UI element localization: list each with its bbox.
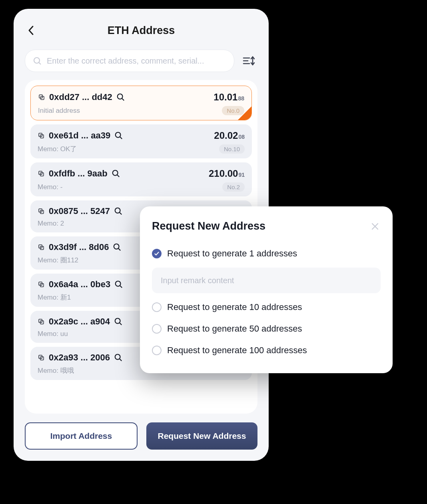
- address-item[interactable]: 0xdd27 ... dd4210.0188Initial addressNo.…: [30, 86, 252, 120]
- address-text: 0xfdfb ... 9aab: [49, 168, 108, 179]
- copy-icon[interactable]: [38, 354, 45, 361]
- modal-options: Request to generate 1 addressesRequest t…: [152, 243, 381, 361]
- memo-text: Memo: 新1: [38, 293, 71, 302]
- radio-label: Request to generate 100 addresses: [167, 345, 307, 356]
- magnify-icon[interactable]: [112, 169, 120, 178]
- balance: 210.0091: [209, 168, 245, 179]
- svg-point-36: [115, 354, 120, 360]
- radio-label: Request to generate 50 addresses: [167, 324, 302, 334]
- copy-icon[interactable]: [38, 208, 45, 215]
- svg-point-12: [116, 132, 121, 138]
- memo-text: Memo: -: [38, 183, 62, 191]
- bottom-buttons: Import Address Request New Address: [25, 422, 257, 450]
- copy-icon[interactable]: [38, 94, 45, 101]
- address-text: 0xe61d ... aa39: [49, 130, 110, 141]
- memo-text: Memo: 圈112: [38, 256, 78, 265]
- magnify-icon[interactable]: [114, 353, 123, 362]
- header: ETH Address: [25, 18, 257, 42]
- magnify-icon[interactable]: [116, 93, 125, 102]
- radio-option[interactable]: Request to generate 10 addresses: [152, 296, 381, 318]
- svg-line-13: [120, 137, 122, 139]
- request-new-address-modal: Request New Address Request to generate …: [140, 206, 393, 373]
- svg-point-0: [34, 58, 40, 63]
- magnify-icon[interactable]: [114, 207, 123, 216]
- close-icon: [371, 222, 379, 231]
- magnify-icon[interactable]: [113, 243, 122, 252]
- search-row: [25, 50, 257, 72]
- radio-unchecked-icon: [152, 346, 162, 355]
- address-text: 0x0875 ... 5247: [49, 206, 110, 216]
- svg-point-16: [112, 170, 118, 176]
- radio-label: Request to generate 1 addresses: [167, 248, 297, 259]
- modal-close-button[interactable]: [369, 221, 381, 232]
- copy-icon[interactable]: [38, 244, 45, 251]
- modal-header: Request New Address: [152, 220, 381, 232]
- memo-text: Memo: OK了: [38, 144, 77, 154]
- memo-text: Memo: uu: [38, 330, 68, 338]
- address-text: 0x2a9c ... a904: [49, 316, 110, 327]
- back-button[interactable]: [25, 24, 38, 37]
- radio-checked-icon: [152, 249, 162, 258]
- svg-line-1: [39, 63, 41, 65]
- svg-point-20: [115, 208, 120, 213]
- svg-line-9: [122, 98, 124, 100]
- copy-icon[interactable]: [38, 318, 45, 325]
- radio-option[interactable]: Request to generate 100 addresses: [152, 340, 381, 361]
- memo-text: Memo: 2: [38, 220, 64, 228]
- index-badge: No.2: [222, 182, 245, 192]
- radio-label: Request to generate 10 addresses: [167, 302, 302, 312]
- import-address-button[interactable]: Import Address: [25, 422, 138, 450]
- search-icon: [32, 56, 42, 66]
- balance: 10.0188: [214, 92, 244, 103]
- memo-text: Memo: 哦哦: [38, 366, 74, 375]
- address-text: 0x2a93 ... 2006: [49, 352, 110, 363]
- index-badge: No.0: [222, 106, 244, 115]
- sort-icon: [242, 55, 255, 67]
- page-title: ETH Address: [108, 24, 175, 37]
- address-text: 0x6a4a ... 0be3: [49, 279, 110, 290]
- svg-line-33: [120, 323, 122, 325]
- svg-line-21: [120, 212, 122, 214]
- address-item[interactable]: 0xe61d ... aa3920.0208Memo: OK了No.10: [30, 124, 252, 158]
- radio-unchecked-icon: [152, 302, 162, 312]
- request-new-address-button[interactable]: Request New Address: [146, 422, 257, 450]
- svg-line-29: [120, 286, 122, 288]
- remark-input[interactable]: [152, 268, 381, 293]
- svg-line-25: [119, 248, 121, 250]
- svg-point-24: [114, 244, 119, 249]
- copy-icon[interactable]: [38, 281, 45, 288]
- balance: 20.0208: [214, 130, 245, 141]
- search-input[interactable]: [47, 56, 227, 66]
- copy-icon[interactable]: [38, 132, 45, 139]
- address-text: 0x3d9f ... 8d06: [49, 242, 109, 252]
- copy-icon[interactable]: [38, 170, 45, 177]
- magnify-icon[interactable]: [114, 317, 123, 326]
- address-item[interactable]: 0xfdfb ... 9aab210.0091Memo: -No.2: [30, 162, 252, 196]
- modal-title: Request New Address: [152, 220, 265, 232]
- radio-option[interactable]: Request to generate 50 addresses: [152, 318, 381, 340]
- magnify-icon[interactable]: [114, 280, 123, 289]
- svg-line-17: [117, 175, 119, 177]
- index-badge: No.10: [219, 144, 245, 154]
- search-box[interactable]: [25, 50, 234, 72]
- address-text: 0xdd27 ... dd42: [49, 92, 112, 102]
- svg-point-28: [116, 281, 121, 286]
- radio-unchecked-icon: [152, 324, 162, 334]
- sort-button[interactable]: [240, 52, 257, 70]
- svg-point-32: [115, 318, 120, 324]
- svg-point-8: [117, 94, 122, 99]
- magnify-icon[interactable]: [114, 131, 123, 140]
- memo-text: Initial address: [38, 107, 80, 115]
- radio-option[interactable]: Request to generate 1 addresses: [152, 243, 381, 264]
- svg-line-37: [120, 359, 122, 361]
